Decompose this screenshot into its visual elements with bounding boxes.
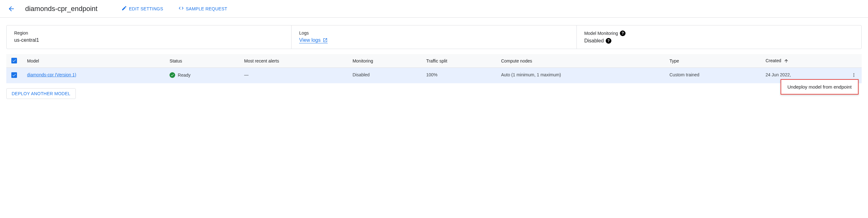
info-panel: Region us-central1 Logs View logs Model … xyxy=(6,25,862,49)
alerts-cell: — xyxy=(239,68,347,83)
alerts-header[interactable]: Most recent alerts xyxy=(239,54,347,68)
monitoring-label: Model Monitoring ? xyxy=(584,31,854,36)
models-table: Model Status Most recent alerts Monitori… xyxy=(6,54,862,83)
traffic-header[interactable]: Traffic split xyxy=(421,54,496,68)
logs-section: Logs View logs xyxy=(291,26,577,49)
region-label: Region xyxy=(14,31,284,36)
edit-settings-label: EDIT SETTINGS xyxy=(129,6,163,11)
code-icon xyxy=(178,5,184,12)
actions-header xyxy=(846,54,862,68)
type-header[interactable]: Type xyxy=(664,54,761,68)
deploy-another-model-button[interactable]: DEPLOY ANOTHER MODEL xyxy=(6,88,76,99)
created-header[interactable]: Created xyxy=(761,54,846,68)
help-icon[interactable]: ? xyxy=(606,38,611,44)
monitoring-header[interactable]: Monitoring xyxy=(347,54,421,68)
monitoring-cell: Disabled xyxy=(347,68,421,83)
status-text: Ready xyxy=(178,73,190,78)
model-link[interactable]: diamonds-cpr (Version 1) xyxy=(27,72,76,77)
monitoring-section: Model Monitoring ? Disabled ? xyxy=(577,26,861,49)
logs-label: Logs xyxy=(299,31,568,36)
models-table-wrapper: Model Status Most recent alerts Monitori… xyxy=(6,54,862,83)
page-title: diamonds-cpr_endpoint xyxy=(25,5,97,13)
edit-icon xyxy=(121,5,127,12)
sample-request-button[interactable]: SAMPLE REQUEST xyxy=(175,3,231,14)
region-value: us-central1 xyxy=(14,37,284,43)
type-cell: Custom trained xyxy=(664,68,761,83)
content-area: Region us-central1 Logs View logs Model … xyxy=(0,17,868,107)
table-row: diamonds-cpr (Version 1) Ready — Disable… xyxy=(6,68,862,83)
compute-cell: Auto (1 minimum, 1 maximum) xyxy=(496,68,664,83)
edit-settings-button[interactable]: EDIT SETTINGS xyxy=(118,3,167,14)
compute-header[interactable]: Compute nodes xyxy=(496,54,664,68)
back-arrow-icon[interactable] xyxy=(5,2,18,15)
table-header-row: Model Status Most recent alerts Monitori… xyxy=(6,54,862,68)
status-ready-icon xyxy=(169,72,175,78)
row-checkbox[interactable] xyxy=(11,72,17,78)
traffic-cell: 100% xyxy=(421,68,496,83)
region-section: Region us-central1 xyxy=(7,26,291,49)
help-icon[interactable]: ? xyxy=(620,31,625,36)
more-actions-icon[interactable] xyxy=(851,72,857,78)
sample-request-label: SAMPLE REQUEST xyxy=(186,6,227,11)
model-header[interactable]: Model xyxy=(22,54,164,68)
monitoring-value: Disabled ? xyxy=(584,38,854,44)
status-header[interactable]: Status xyxy=(164,54,239,68)
view-logs-link[interactable]: View logs xyxy=(299,37,328,43)
page-header: diamonds-cpr_endpoint EDIT SETTINGS SAMP… xyxy=(0,0,868,17)
status-cell: Ready xyxy=(169,72,234,78)
view-logs-text: View logs xyxy=(299,37,320,43)
select-all-header xyxy=(6,54,22,68)
sort-arrow-up-icon xyxy=(784,59,789,64)
external-link-icon xyxy=(323,38,328,43)
select-all-checkbox[interactable] xyxy=(11,58,17,64)
undeploy-menu-item[interactable]: Undeploy model from endpoint xyxy=(781,79,859,95)
